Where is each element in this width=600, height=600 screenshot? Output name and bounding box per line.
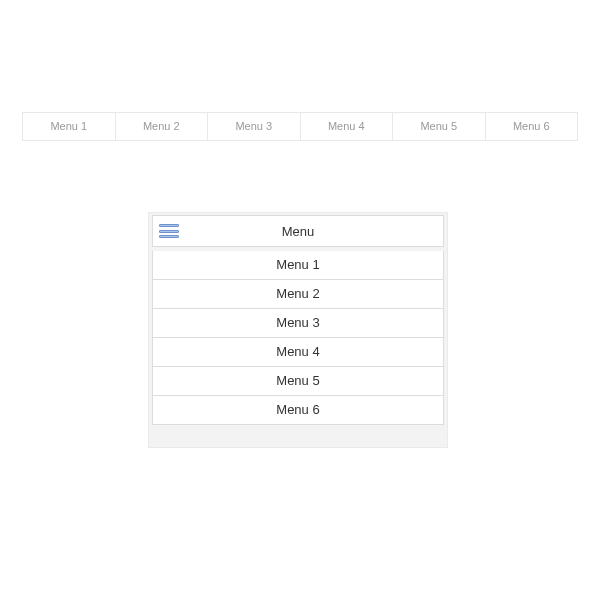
mobile-menu-header: Menu [152,215,444,247]
mobile-menu-item-5[interactable]: Menu 5 [152,367,444,396]
mobile-menu-item-2[interactable]: Menu 2 [152,280,444,309]
mobile-menu-item-3[interactable]: Menu 3 [152,309,444,338]
hamburger-icon[interactable] [159,224,179,238]
top-menu-item-6[interactable]: Menu 6 [486,113,578,140]
top-menu: Menu 1 Menu 2 Menu 3 Menu 4 Menu 5 Menu … [22,112,578,141]
mobile-menu-item-6[interactable]: Menu 6 [152,396,444,425]
mobile-menu-item-1[interactable]: Menu 1 [152,251,444,280]
mobile-menu-panel: Menu Menu 1 Menu 2 Menu 3 Menu 4 Menu 5 … [148,212,448,448]
top-menu-item-2[interactable]: Menu 2 [116,113,209,140]
mobile-menu-item-4[interactable]: Menu 4 [152,338,444,367]
top-menu-item-1[interactable]: Menu 1 [23,113,116,140]
top-menu-item-3[interactable]: Menu 3 [208,113,301,140]
top-menu-item-4[interactable]: Menu 4 [301,113,394,140]
mobile-menu-title: Menu [153,224,443,239]
top-menu-item-5[interactable]: Menu 5 [393,113,486,140]
